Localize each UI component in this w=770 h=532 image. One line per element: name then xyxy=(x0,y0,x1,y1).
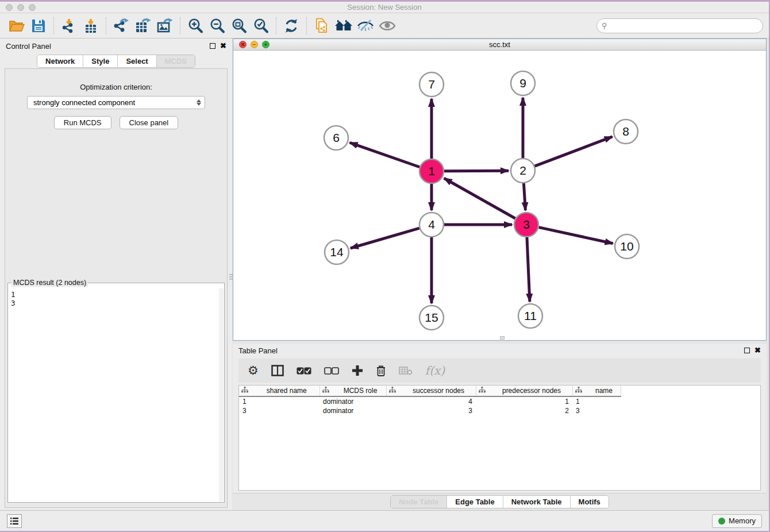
cell[interactable]: dominator xyxy=(319,406,386,415)
network-graph: 7968124314101511 xyxy=(233,51,766,340)
cell[interactable]: 2 xyxy=(476,406,572,415)
delete-column-icon[interactable] xyxy=(376,365,386,377)
tab-network[interactable]: Network xyxy=(37,55,83,67)
cell[interactable]: 1 xyxy=(572,396,621,406)
graph-node-15[interactable]: 15 xyxy=(419,306,444,330)
add-column-icon[interactable] xyxy=(352,365,363,376)
column-header-successor-nodes[interactable]: successor nodes xyxy=(386,385,476,396)
cell[interactable]: 3 xyxy=(386,406,476,415)
delete-table-icon[interactable] xyxy=(399,366,413,375)
graph-node-8[interactable]: 8 xyxy=(614,119,638,144)
open-folder-icon[interactable] xyxy=(7,16,26,36)
export-network-icon[interactable] xyxy=(111,16,131,36)
network-file-icon[interactable] xyxy=(312,16,332,36)
zoom-selected-icon[interactable] xyxy=(251,16,271,36)
refresh-layout-icon[interactable] xyxy=(282,16,301,36)
close-table-panel-icon[interactable]: ✖ xyxy=(754,348,761,353)
hide-details-icon[interactable] xyxy=(356,16,375,36)
graph-edge-1-2[interactable] xyxy=(444,171,509,171)
graph-edge-4-14[interactable] xyxy=(351,228,419,248)
tab-select[interactable]: Select xyxy=(118,55,156,67)
memory-status-icon xyxy=(718,518,725,525)
graph-edge-1-6[interactable] xyxy=(350,142,420,167)
criterion-dropdown[interactable]: strongly connected component xyxy=(27,96,205,109)
cell[interactable]: 1 xyxy=(239,396,319,406)
column-type-icon xyxy=(479,387,486,395)
graph-edge-2-8[interactable] xyxy=(535,137,613,166)
graph-edge-3-11[interactable] xyxy=(527,237,530,302)
graph-node-10[interactable]: 10 xyxy=(615,234,639,259)
table-row[interactable]: 3dominator323 xyxy=(239,406,621,415)
dropdown-stepper-icon xyxy=(197,99,201,106)
table-row[interactable]: 1dominator411 xyxy=(239,396,621,406)
mcds-tab-content: Optimization criterion: strongly connect… xyxy=(5,68,228,508)
column-view-icon[interactable] xyxy=(271,365,284,376)
graph-node-1[interactable]: 1 xyxy=(419,159,444,183)
result-scrollbar[interactable] xyxy=(219,288,224,502)
select-all-checks-icon[interactable] xyxy=(297,367,311,375)
function-builder-icon[interactable]: f(x) xyxy=(425,364,445,377)
run-mcds-button[interactable]: Run MCDS xyxy=(54,116,111,129)
cell[interactable]: 4 xyxy=(386,396,476,406)
column-header-MCDS-role[interactable]: MCDS role xyxy=(319,385,386,396)
graph-node-3[interactable]: 3 xyxy=(514,213,538,237)
criterion-value: strongly connected component xyxy=(33,98,135,107)
mcds-result-list[interactable]: 1 3 xyxy=(9,289,219,502)
canvas-resize-grip[interactable] xyxy=(500,336,505,340)
graph-edge-3-1[interactable] xyxy=(444,178,515,218)
show-details-icon[interactable] xyxy=(378,16,397,36)
tab-motifs[interactable]: Motifs xyxy=(571,496,609,508)
svg-text:6: 6 xyxy=(333,131,340,144)
tab-mcds[interactable]: MCDS xyxy=(157,55,195,67)
export-table-icon[interactable] xyxy=(133,16,153,36)
search-field-wrap: ⚲ xyxy=(596,18,763,33)
cell[interactable]: 3 xyxy=(572,406,621,415)
graph-edge-3-10[interactable] xyxy=(538,228,613,244)
network-canvas[interactable]: 7968124314101511 xyxy=(233,51,766,340)
svg-text:11: 11 xyxy=(524,309,537,322)
close-panel-button[interactable]: Close panel xyxy=(120,116,179,129)
column-header-shared-name[interactable]: shared name xyxy=(239,385,319,396)
tab-style[interactable]: Style xyxy=(83,55,118,67)
network-frame-titlebar[interactable]: ✕ − + scc.txt xyxy=(233,39,766,51)
close-panel-icon[interactable]: ✖ xyxy=(220,43,226,49)
import-table-icon[interactable] xyxy=(81,16,101,36)
control-panel-tabs: Network Style Select MCDS xyxy=(37,55,195,68)
table-tabs: Node Table Edge Table Network Table Moti… xyxy=(390,495,609,508)
toolbar-separator xyxy=(276,17,276,34)
svg-text:9: 9 xyxy=(519,76,526,90)
tab-node-table[interactable]: Node Table xyxy=(391,496,447,508)
graph-node-7[interactable]: 7 xyxy=(419,72,444,97)
graph-node-11[interactable]: 11 xyxy=(518,304,542,328)
import-network-icon[interactable] xyxy=(59,16,79,36)
node-table: shared nameMCDS rolesuccessor nodesprede… xyxy=(238,385,761,491)
graph-node-4[interactable]: 4 xyxy=(419,213,444,237)
deselect-all-checks-icon[interactable] xyxy=(324,367,339,375)
save-icon[interactable] xyxy=(29,16,48,36)
memory-button[interactable]: Memory xyxy=(712,514,762,528)
graph-node-6[interactable]: 6 xyxy=(324,126,348,150)
svg-text:3: 3 xyxy=(523,218,530,231)
home-views-icon[interactable] xyxy=(334,16,353,36)
graph-node-2[interactable]: 2 xyxy=(511,159,535,183)
zoom-in-icon[interactable] xyxy=(186,16,205,36)
column-type-icon xyxy=(241,387,248,395)
graph-node-14[interactable]: 14 xyxy=(325,240,349,264)
tab-network-table[interactable]: Network Table xyxy=(503,496,571,508)
column-header-predecessor-nodes[interactable]: predecessor nodes xyxy=(476,385,572,396)
column-header-name[interactable]: name xyxy=(572,385,621,396)
zoom-fit-icon[interactable] xyxy=(229,16,249,36)
float-table-panel-icon[interactable] xyxy=(744,348,750,353)
zoom-out-icon[interactable] xyxy=(207,16,227,36)
graph-node-9[interactable]: 9 xyxy=(511,71,535,95)
cell[interactable]: dominator xyxy=(319,396,386,406)
search-input[interactable] xyxy=(596,18,763,33)
export-image-icon[interactable] xyxy=(155,16,175,36)
graph-edge-2-3[interactable] xyxy=(523,183,525,210)
task-history-button[interactable] xyxy=(7,514,22,528)
settings-gear-icon[interactable]: ⚙ xyxy=(248,364,259,377)
tab-edge-table[interactable]: Edge Table xyxy=(447,496,503,508)
cell[interactable]: 3 xyxy=(239,406,319,415)
float-panel-icon[interactable] xyxy=(210,43,215,49)
cell[interactable]: 1 xyxy=(476,396,572,406)
